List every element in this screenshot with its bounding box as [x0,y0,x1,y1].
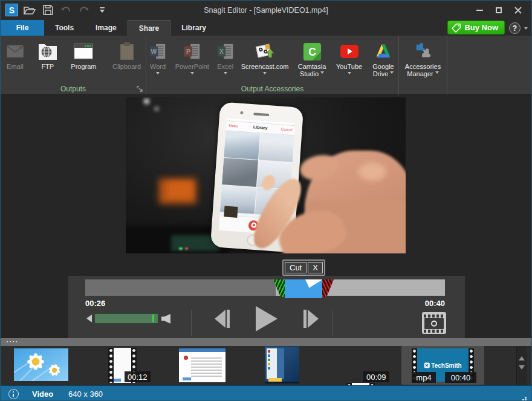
video-art-orange-core [168,182,192,198]
ftp-output-button[interactable]: FTP [36,39,60,70]
scroll-down-icon[interactable] [519,365,525,373]
tab-file[interactable]: File [1,20,44,36]
excel-accessory-button: X Excel [215,39,236,77]
tab-image[interactable]: Image [85,20,128,36]
google-drive-icon [374,42,393,61]
output-accessories-group: W Word P PowerPoint X Excel [146,36,399,95]
accessories-manager-dropdown-caret-icon [435,71,439,76]
phone-photo-1 [224,131,259,160]
current-time-label: 00:26 [85,299,105,308]
next-frame-button[interactable] [302,308,321,329]
buy-now-button[interactable]: Buy Now [447,21,505,34]
powerpoint-accessory-button: P PowerPoint [174,39,210,77]
volume-level-indicator [152,315,154,322]
excel-icon: X [216,42,235,61]
splitter-grip-icon [7,341,8,342]
svg-text:P: P [186,48,190,55]
tray-splitter-handle[interactable] [1,338,531,346]
outputs-dialog-launcher-icon[interactable] [137,86,143,92]
window-controls [470,1,528,20]
camtasia-dropdown-caret-icon [320,71,324,76]
selection-end-handle[interactable] [322,279,334,297]
outputs-group: Email FTP Program [1,36,146,95]
video-canvas: Share Library Cancel [1,95,531,338]
dimensions-label: 640 x 360 [68,390,103,399]
phone-photo-2 [259,133,294,162]
google-drive-dropdown-caret-icon [390,71,394,76]
powerpoint-dropdown-caret-icon [190,72,194,76]
help-dropdown-caret-icon[interactable] [524,27,528,31]
camera-icon [424,318,444,329]
price-tag-icon [452,23,461,33]
frame-capture-button[interactable] [422,312,446,334]
tab-tools[interactable]: Tools [44,20,85,36]
accessories-manager-button[interactable]: Accessories Manager [400,39,447,77]
clipboard-icon [117,42,137,61]
screencast-dropdown-caret-icon [263,72,267,76]
phone-cancel-link: Cancel [281,128,293,132]
screencast-icon [255,42,274,61]
cut-button[interactable]: Cut [285,262,307,273]
tray-thumbnail-flowers[interactable] [14,348,68,381]
tray-thumbnail-desktop[interactable] [265,347,299,383]
share-ribbon: Email FTP Program [1,36,531,95]
buy-now-label: Buy Now [464,23,498,32]
phone-camera-dot [240,111,243,114]
capture-type-label: Video [32,390,53,399]
timeline-elapsed-segment [85,279,276,296]
phone-photo-3 [222,158,258,187]
camtasia-icon: C [302,42,322,61]
close-button[interactable] [508,2,528,18]
output-accessories-group-label: Output Accessories [146,85,398,93]
titlebar: S Snagit Editor - [SampleVIDEO1.mp4] [1,1,531,20]
tray-thumbnail-sample-video-selected[interactable]: ✕ TechSmith mp4 00:40 [401,346,484,385]
volume-control[interactable] [86,313,171,324]
recent-captures-tray: 00:12 00:09 ✕ T [1,346,531,385]
youtube-accessory-button[interactable]: YouTube [335,39,363,77]
duration-badge: 00:40 [445,372,476,383]
tray-scrollbar[interactable] [516,346,527,385]
ftp-globe-icon [38,42,57,61]
word-accessory-button: W Word [146,39,169,77]
tab-library[interactable]: Library [170,20,217,36]
video-art-led-green [179,247,183,250]
video-art-highlight-dot [144,99,149,104]
svg-text:W: W [151,48,157,55]
scroll-up-icon[interactable] [519,353,525,360]
clip-duration-badge2: 00:09 [363,371,389,382]
video-art-led-red [185,247,188,250]
phone-nav-title: Library [253,125,268,130]
video-preview[interactable]: Share Library Cancel [126,97,406,253]
email-output-button: Email [1,39,30,70]
svg-text:C: C [308,46,316,58]
excel-dropdown-caret-icon [224,72,227,76]
statusbar: Video 640 x 360 [1,385,531,401]
google-drive-accessory-button[interactable]: Google Drive [368,39,398,77]
clip-progress-bar [114,379,121,382]
accessories-manager-group: Accessories Manager [399,36,447,95]
cancel-selection-button[interactable]: X [308,262,323,273]
timeline-track[interactable] [85,279,445,296]
screencast-accessory-button[interactable]: Screencast.com [241,39,289,77]
clipboard-output-button: Clipboard [108,39,146,70]
word-icon: W [148,42,167,61]
program-output-button[interactable]: Program [66,39,102,70]
maximize-button[interactable] [489,2,508,18]
resize-grip[interactable] [525,397,527,399]
previous-frame-button[interactable] [212,308,232,329]
play-button[interactable] [255,305,279,333]
camtasia-accessory-button[interactable]: C Camtasia Studio [294,39,330,77]
minimize-button[interactable] [470,2,489,18]
phone-speaker [253,112,269,116]
info-icon[interactable] [8,389,19,399]
powerpoint-icon: P [183,42,202,61]
format-badge: mp4 [412,372,436,383]
volume-slider[interactable] [94,313,158,324]
speaker-icon [161,314,171,324]
controls-separator [191,310,192,336]
svg-text:X: X [219,48,224,55]
tray-thumbnail-document[interactable] [179,348,225,382]
help-button[interactable]: ? [509,22,521,34]
tab-share[interactable]: Share [128,20,170,36]
film-perforations-top [424,315,444,318]
